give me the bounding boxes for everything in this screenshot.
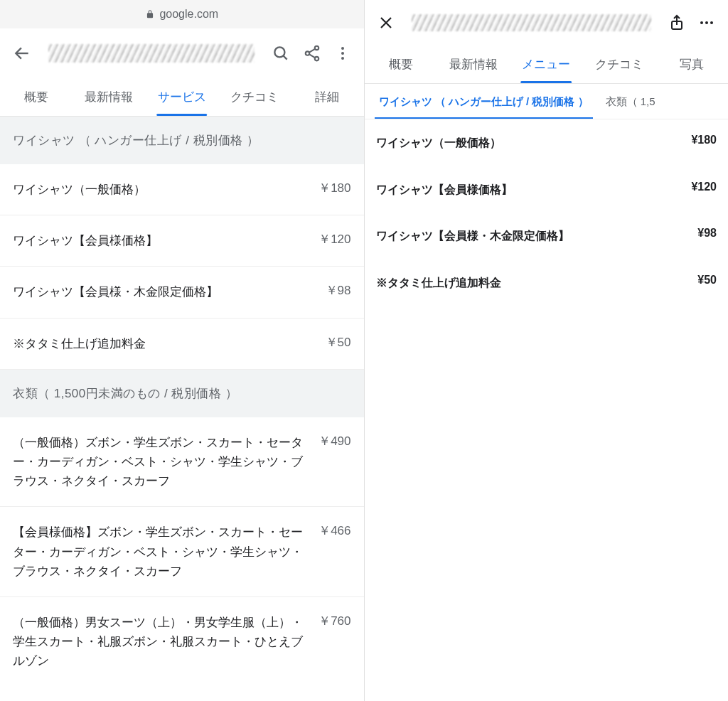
- list-item[interactable]: ワイシャツ【会員様価格】 ￥120: [0, 215, 364, 267]
- svg-point-5: [341, 52, 344, 55]
- svg-point-8: [700, 21, 703, 24]
- chip-shirts[interactable]: ワイシャツ （ ハンガー仕上げ / 税別価格 ）: [375, 95, 593, 119]
- list-item[interactable]: 【会員様価格】ズボン・学生ズボン・スカート・セーター・カーディガン・ベスト・シャ…: [0, 507, 364, 597]
- business-title-obscured: [48, 44, 255, 63]
- section-header: ワイシャツ （ ハンガー仕上げ / 税別価格 ）: [0, 117, 364, 164]
- svg-point-10: [710, 21, 713, 24]
- lock-icon: [145, 9, 155, 19]
- address-domain: google.com: [159, 8, 218, 21]
- svg-point-3: [314, 57, 318, 60]
- right-tabs: 概要 最新情報 メニュー クチコミ 写真: [365, 46, 729, 84]
- address-bar: google.com: [0, 0, 364, 28]
- item-price: ￥180: [318, 180, 350, 196]
- item-price: ￥50: [326, 334, 351, 350]
- item-name: ワイシャツ【会員様・木金限定価格】: [13, 282, 311, 301]
- list-item[interactable]: （一般価格）ズボン・学生ズボン・スカート・セーター・カーディガン・ベスト・シャツ…: [0, 417, 364, 508]
- svg-point-1: [314, 46, 318, 50]
- tab-overview[interactable]: 概要: [0, 78, 73, 116]
- item-price: ¥120: [691, 181, 717, 193]
- tab-news[interactable]: 最新情報: [73, 78, 145, 116]
- list-item[interactable]: （一般価格）男女スーツ（上）・男女学生服（上）・学生スカート・礼服ズボン・礼服ス…: [0, 597, 364, 687]
- item-price: ¥50: [697, 274, 717, 287]
- tab-photos[interactable]: 写真: [655, 46, 728, 83]
- left-content: ワイシャツ （ ハンガー仕上げ / 税別価格 ） ワイシャツ（一般価格） ￥18…: [0, 117, 364, 701]
- list-item[interactable]: ワイシャツ（一般価格） ¥180: [365, 119, 729, 166]
- item-name: ワイシャツ【会員様価格】: [376, 181, 678, 199]
- item-name: （一般価格）男女スーツ（上）・男女学生服（上）・学生スカート・礼服ズボン・礼服ス…: [13, 613, 304, 671]
- tab-news[interactable]: 最新情報: [437, 46, 510, 83]
- ios-share-icon[interactable]: [668, 14, 685, 31]
- share-icon[interactable]: [303, 44, 321, 63]
- svg-point-6: [341, 57, 344, 60]
- item-name: ワイシャツ（一般価格）: [376, 134, 678, 152]
- item-price: ¥98: [697, 227, 717, 240]
- more-icon[interactable]: [698, 14, 715, 31]
- chip-clothing[interactable]: 衣類（ 1,5: [601, 95, 660, 119]
- tab-menu[interactable]: メニュー: [510, 46, 582, 83]
- item-name: （一般価格）ズボン・学生ズボン・スカート・セーター・カーディガン・ベスト・シャツ…: [13, 433, 304, 491]
- list-item[interactable]: ※タタミ仕上げ追加料金 ￥50: [0, 319, 364, 370]
- item-price: ￥120: [318, 231, 350, 247]
- search-icon[interactable]: [272, 44, 290, 63]
- item-name: ※タタミ仕上げ追加料金: [376, 274, 684, 292]
- business-title-obscured: [412, 14, 652, 31]
- list-item[interactable]: ※タタミ仕上げ追加料金 ¥50: [365, 259, 729, 306]
- item-price: ¥180: [691, 134, 717, 146]
- tab-details[interactable]: 詳細: [291, 78, 363, 116]
- left-panel: google.com 概要 最新情報 サービス クチコミ 詳細 ワイシャツ （ …: [0, 0, 365, 701]
- item-name: ワイシャツ（一般価格）: [13, 180, 304, 199]
- item-name: ワイシャツ【会員様・木金限定価格】: [376, 227, 684, 245]
- tab-overview[interactable]: 概要: [365, 46, 437, 83]
- close-icon[interactable]: [378, 14, 395, 31]
- item-price: ￥466: [318, 523, 350, 539]
- list-item[interactable]: ワイシャツ【会員様価格】 ¥120: [365, 166, 729, 213]
- svg-point-9: [705, 21, 708, 24]
- right-content: ワイシャツ（一般価格） ¥180 ワイシャツ【会員様価格】 ¥120 ワイシャツ…: [365, 119, 729, 701]
- category-chips: ワイシャツ （ ハンガー仕上げ / 税別価格 ） 衣類（ 1,5: [365, 84, 729, 119]
- item-name: 【会員様価格】ズボン・学生ズボン・スカート・セーター・カーディガン・ベスト・シャ…: [13, 523, 304, 581]
- left-toolbar: [0, 28, 364, 78]
- tab-reviews[interactable]: クチコミ: [582, 46, 655, 83]
- item-price: ￥98: [326, 282, 351, 299]
- svg-point-4: [341, 47, 344, 50]
- more-icon[interactable]: [334, 45, 351, 62]
- item-price: ￥490: [318, 433, 350, 449]
- list-item[interactable]: ワイシャツ【会員様・木金限定価格】 ¥98: [365, 213, 729, 259]
- right-panel: 概要 最新情報 メニュー クチコミ 写真 ワイシャツ （ ハンガー仕上げ / 税…: [365, 0, 729, 701]
- item-name: ワイシャツ【会員様価格】: [13, 231, 304, 250]
- svg-point-2: [305, 51, 309, 55]
- tab-reviews[interactable]: クチコミ: [218, 78, 291, 116]
- back-icon[interactable]: [13, 44, 31, 63]
- section-header: 衣類（ 1,500円未満のもの / 税別価格 ）: [0, 370, 364, 417]
- left-tabs: 概要 最新情報 サービス クチコミ 詳細: [0, 78, 364, 117]
- right-toolbar: [365, 0, 729, 46]
- list-item[interactable]: ワイシャツ【会員様・木金限定価格】 ￥98: [0, 267, 364, 318]
- item-name: ※タタミ仕上げ追加料金: [13, 334, 311, 353]
- list-item[interactable]: ワイシャツ（一般価格） ￥180: [0, 164, 364, 215]
- item-price: ￥760: [318, 613, 350, 629]
- tab-services[interactable]: サービス: [146, 78, 218, 116]
